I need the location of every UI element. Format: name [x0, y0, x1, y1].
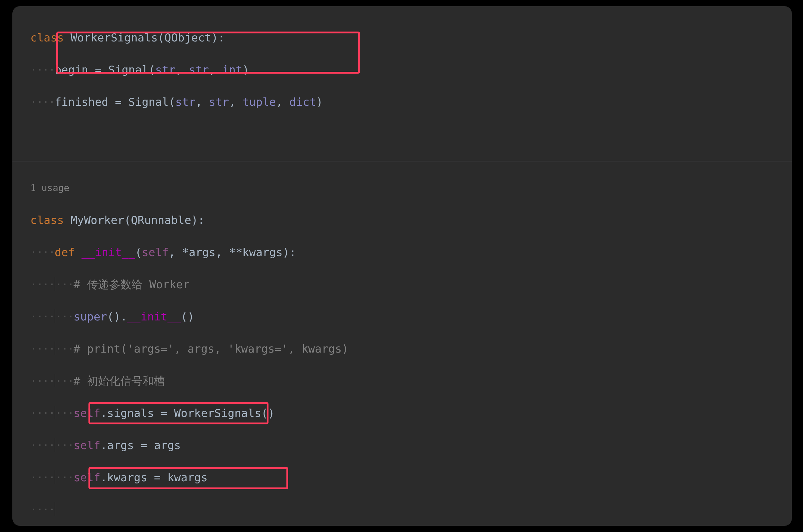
region-separator [12, 161, 792, 162]
code-line[interactable]: ·······self.signals = WorkerSignals() [30, 405, 792, 421]
code-line[interactable]: ·······# print('args=', args, 'kwargs=',… [30, 341, 792, 357]
keyword-class: class [30, 214, 64, 226]
code-line[interactable]: ·······# 传递参数给 Worker [30, 277, 792, 292]
keyword-class: class [30, 31, 64, 44]
code-line[interactable]: ·······super().__init__() [30, 309, 792, 325]
comment: # 初始化信号和槽 [74, 375, 165, 387]
code-line[interactable]: class WorkerSignals(QObject): [30, 30, 792, 46]
blank-line: ···· [30, 502, 792, 518]
code-editor[interactable]: class WorkerSignals(QObject): ····begin … [12, 6, 792, 526]
code-line[interactable]: ····def __init__(self, *args, **kwargs): [30, 244, 792, 261]
editor-window: class WorkerSignals(QObject): ····begin … [12, 6, 792, 526]
comment: # print('args=', args, 'kwargs=', kwargs… [74, 342, 349, 355]
class-name: WorkerSignals [71, 31, 158, 44]
code-line[interactable]: ·······self.kwargs = kwargs [30, 470, 792, 486]
usages-hint[interactable]: 1 usage [30, 180, 792, 196]
class-name: MyWorker [71, 214, 124, 226]
blank-line [30, 126, 792, 142]
code-line[interactable]: class MyWorker(QRunnable): [30, 212, 792, 228]
code-line[interactable]: ·······# 初始化信号和槽 [30, 373, 792, 389]
code-line[interactable]: ····begin = Signal(str, str, int) [30, 62, 792, 78]
code-line[interactable]: ·······self.args = args [30, 437, 792, 453]
comment: # 传递参数给 Worker [74, 278, 190, 291]
code-line[interactable]: ····finished = Signal(str, str, tuple, d… [30, 94, 792, 110]
method-name: __init__ [81, 246, 135, 259]
